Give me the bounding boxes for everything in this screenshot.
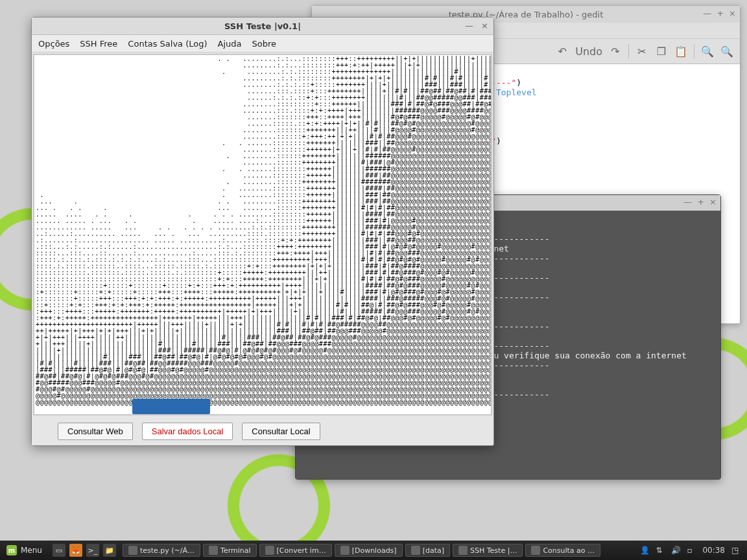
sshapp-menubar: Opções SSH Free Contas Salva (Log) Ajuda… — [32, 35, 493, 52]
task-icon — [209, 546, 218, 555]
task-label: Terminal — [220, 546, 251, 555]
volume-icon[interactable]: 🔊 — [671, 546, 680, 555]
task-icon — [340, 546, 350, 555]
maximize-icon[interactable]: + — [697, 197, 704, 207]
task-label: Consulta ao … — [543, 546, 595, 555]
task-label: [Convert im… — [277, 546, 326, 555]
sshapp-menu-item[interactable]: Ajuda — [218, 39, 242, 49]
task-label: [Downloads] — [352, 546, 397, 555]
task-item[interactable]: SSH Teste |… — [453, 544, 523, 557]
paste-icon[interactable]: 📋 — [674, 45, 687, 58]
undo-icon[interactable]: ↶ — [556, 45, 569, 58]
tray-extra-icon[interactable]: ◳ — [731, 546, 741, 555]
files-icon[interactable]: 📁 — [103, 544, 116, 557]
minimize-icon[interactable]: — — [683, 197, 692, 207]
sshapp-menu-item[interactable]: Sobre — [252, 39, 277, 49]
task-item[interactable]: Consulta ao … — [525, 544, 600, 557]
menu-button[interactable]: m Menu — [0, 541, 49, 560]
task-item[interactable]: [data] — [405, 544, 450, 557]
salvar-local-button[interactable]: Salvar dados Local — [142, 423, 233, 440]
search-replace-icon[interactable]: 🔍 — [720, 45, 733, 58]
cut-icon[interactable]: ✂ — [635, 45, 648, 58]
sshapp-button-bar: Consultar Web Salvar dados Local Consult… — [32, 417, 493, 445]
sshapp-window: SSH Teste |v0.1| — × Opções SSH Free Con… — [31, 17, 494, 446]
task-item[interactable]: Terminal — [203, 544, 257, 557]
consultar-local-button[interactable]: Consultar Local — [242, 423, 320, 440]
maximize-icon[interactable]: + — [717, 8, 724, 18]
close-icon[interactable]: × — [481, 21, 488, 30]
task-label: [data] — [423, 546, 444, 555]
undo-label[interactable]: Undo — [575, 45, 602, 58]
task-icon — [531, 546, 540, 555]
system-tray: 👤 ⇅ 🔊 ▫ 00:38 ◳ — [634, 546, 747, 555]
task-item[interactable]: teste.py (~/Á… — [123, 544, 200, 557]
task-label: teste.py (~/Á… — [140, 546, 195, 555]
mint-logo-icon: m — [6, 545, 17, 555]
quick-launchers: ▭ 🦊 >_ 📁 — [49, 544, 120, 557]
sshapp-menu-item[interactable]: Opções — [38, 39, 69, 49]
clock[interactable]: 00:38 — [702, 546, 725, 555]
network-icon[interactable]: ⇅ — [656, 546, 665, 555]
task-label: SSH Teste |… — [470, 546, 517, 555]
task-icon — [265, 546, 274, 555]
show-desktop-icon[interactable]: ▭ — [53, 544, 65, 557]
display-icon[interactable]: ▫ — [687, 546, 696, 555]
sshapp-title: SSH Teste |v0.1| — [224, 21, 301, 31]
task-item[interactable]: [Convert im… — [259, 544, 332, 557]
minimize-icon[interactable]: — — [465, 21, 473, 30]
user-icon[interactable]: 👤 — [640, 546, 649, 555]
firefox-icon[interactable]: 🦊 — [69, 544, 82, 557]
search-icon[interactable]: 🔍 — [701, 45, 714, 58]
menu-label: Menu — [21, 546, 42, 555]
close-icon[interactable]: × — [709, 197, 717, 207]
task-icon — [411, 546, 420, 555]
copy-icon[interactable]: ❐ — [655, 45, 668, 58]
sshapp-titlebar[interactable]: SSH Teste |v0.1| — × — [32, 18, 493, 35]
task-icon — [128, 546, 137, 555]
redo-icon[interactable]: ↷ — [609, 45, 622, 58]
connection-status-indicator — [132, 399, 210, 414]
consultar-web-button[interactable]: Consultar Web — [58, 423, 133, 440]
close-icon[interactable]: × — [729, 8, 736, 18]
sshapp-ascii-canvas: . . ........:.:...::::::::+++::+++++++++… — [33, 54, 492, 415]
sshapp-menu-item[interactable]: SSH Free — [80, 39, 117, 49]
taskbar: m Menu ▭ 🦊 >_ 📁 teste.py (~/Á…Terminal[C… — [0, 541, 747, 560]
terminal-icon[interactable]: >_ — [86, 544, 99, 557]
task-item[interactable]: [Downloads] — [335, 544, 403, 557]
taskbar-tasks: teste.py (~/Á…Terminal[Convert im…[Downl… — [120, 544, 634, 557]
sshapp-menu-item[interactable]: Contas Salva (Log) — [128, 39, 207, 49]
minimize-icon[interactable]: — — [703, 8, 711, 18]
task-icon — [458, 546, 468, 555]
